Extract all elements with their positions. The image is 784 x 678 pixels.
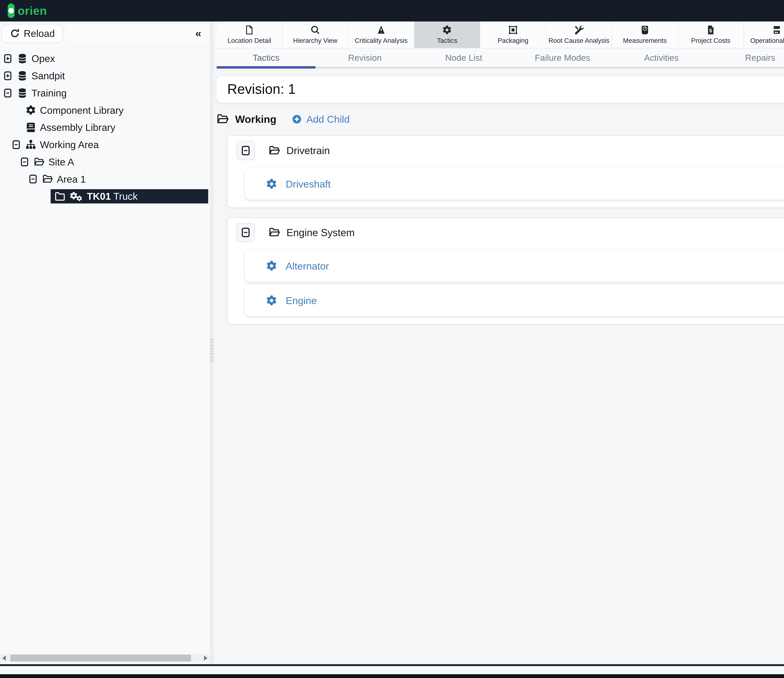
toolbar-item-label: Tactics	[437, 37, 457, 44]
status-bar: v3.4.1-0 | Copyright © Ausenco. All righ…	[0, 666, 784, 674]
toolbar-item-location-detail[interactable]: Location Detail	[217, 22, 283, 48]
search-icon	[310, 25, 320, 35]
top-bar: orien ImportHierarchyApprovalsUser▼Langu…	[0, 0, 784, 22]
scroll-right-arrow-icon[interactable]	[204, 655, 207, 661]
sidebar-reload-button[interactable]: Reload	[2, 24, 63, 43]
tree-item-assembly-library[interactable]: Assembly Library	[0, 119, 210, 136]
toolbar-item-hierarchy-view[interactable]: Hierarchy View	[283, 22, 348, 48]
scroll-left-arrow-icon[interactable]	[2, 655, 6, 661]
tree-item-label: Site A	[48, 156, 74, 168]
tree-item-body[interactable]: Training	[17, 87, 67, 99]
folder-open-icon	[42, 174, 53, 184]
gear-icon	[266, 178, 277, 190]
toolbar-item-label: Packaging	[498, 37, 529, 44]
main-frame: Reload « OpexSandpitTrainingComponent Li…	[0, 22, 784, 664]
tree-item-opex[interactable]: Opex	[0, 50, 210, 67]
collapse-minus-icon[interactable]	[20, 157, 29, 167]
collapse-group-button[interactable]	[236, 223, 255, 242]
toolbar-item-label: Hierarchy View	[293, 37, 338, 44]
group-name: Drivetrain	[286, 145, 330, 156]
toolbar-item-tactics[interactable]: Tactics	[414, 22, 480, 48]
tree-item-body[interactable]: Opex	[17, 53, 55, 64]
group-header: Engine System	[236, 223, 784, 242]
resize-grip-icon[interactable]	[210, 338, 214, 363]
node-link[interactable]: Engine	[286, 295, 317, 306]
folder-open-icon	[269, 227, 280, 238]
folder-open-icon	[34, 157, 45, 167]
node-link[interactable]: Driveshaft	[286, 178, 331, 190]
add-child-button[interactable]: Add Child	[292, 114, 350, 125]
tab-tactics[interactable]: Tactics	[217, 48, 316, 67]
group-name: Engine System	[286, 227, 355, 238]
sidebar-horizontal-scrollbar[interactable]	[0, 654, 210, 662]
tree-item-body[interactable]: Sandpit	[17, 70, 65, 81]
toolbar-item-project-costs[interactable]: $Project Costs	[678, 22, 744, 48]
tree-item-body[interactable]: Component Library	[25, 104, 124, 116]
working-label: Working	[235, 113, 277, 125]
gauge-icon	[640, 25, 650, 35]
collapse-sidebar-icon[interactable]: «	[195, 28, 201, 39]
gear-icon	[266, 295, 277, 306]
scrollbar-thumb[interactable]	[10, 655, 191, 661]
plus-circle-icon	[292, 114, 302, 124]
svg-text:$: $	[709, 28, 712, 33]
tree-item-label: Area 1	[57, 173, 86, 185]
tree-item-body[interactable]: Area 1	[42, 173, 86, 185]
node-link[interactable]: Alternator	[286, 260, 329, 272]
tab-failure-modes[interactable]: Failure Modes	[513, 48, 612, 67]
tree-item-site-a[interactable]: Site A	[0, 153, 210, 170]
bottom-strip	[0, 674, 784, 678]
database-icon	[17, 88, 28, 98]
orien-logo-icon	[8, 3, 15, 18]
tree-item-training[interactable]: Training	[0, 84, 210, 102]
tree-item-body[interactable]: Site A	[34, 156, 74, 168]
package-icon	[508, 25, 518, 35]
cost-card-icon	[772, 25, 782, 35]
tree-item-area-1[interactable]: Area 1	[0, 170, 210, 188]
tab-revision[interactable]: Revision	[316, 48, 414, 67]
toolbar-item-label: Project Costs	[691, 37, 731, 44]
toolbar-item-root-cause-analysis[interactable]: Root Cause Analysis	[546, 22, 612, 48]
node-row-engine: Engine	[245, 285, 784, 316]
database-icon	[17, 53, 28, 64]
orien-logo[interactable]: orien	[8, 3, 47, 18]
tree-item-tk01-truck[interactable]: TK01 Truck	[0, 188, 210, 205]
working-row: Working Add Child	[217, 112, 784, 126]
tree-item-body[interactable]: TK01 Truck	[51, 189, 208, 204]
toolbar-item-criticality-analysis[interactable]: Criticality Analysis	[348, 22, 414, 48]
collapse-minus-icon[interactable]	[3, 88, 12, 98]
toolbar-item-packaging[interactable]: Packaging	[481, 22, 546, 48]
collapse-minus-icon[interactable]	[28, 174, 37, 184]
node-row-alternator: Alternator	[245, 250, 784, 282]
tree-item-sandpit[interactable]: Sandpit	[0, 67, 210, 84]
tree-item-component-library[interactable]: Component Library	[0, 102, 210, 119]
expand-plus-icon[interactable]	[3, 53, 12, 64]
tab-activities[interactable]: Activities	[612, 48, 711, 67]
group-header: Drivetrain	[236, 140, 784, 161]
tree-item-body[interactable]: Assembly Library	[25, 122, 115, 133]
scrollbar-track[interactable]	[8, 654, 202, 662]
toolbar-item-label: Location Detail	[227, 37, 271, 44]
toolbar-item-operational-costs[interactable]: Operational Costs	[744, 22, 784, 48]
tools-icon	[574, 25, 584, 35]
toolbar-item-measurements[interactable]: Measurements	[612, 22, 678, 48]
sidebar-resize-divider[interactable]	[210, 22, 214, 664]
tab-repairs[interactable]: Repairs	[711, 48, 784, 67]
gear-icon	[266, 260, 277, 272]
gear-icon	[442, 25, 452, 35]
expand-plus-icon[interactable]	[3, 70, 12, 81]
sub-tabs: TacticsRevisionNode ListFailure ModesAct…	[217, 48, 784, 69]
tree-item-working-area[interactable]: Working Area	[0, 136, 210, 153]
database-icon	[17, 70, 28, 81]
warning-icon	[376, 25, 386, 35]
tree-item-body[interactable]: Working Area	[25, 139, 99, 150]
group-card-engine-system: Engine SystemAlternatorEngine	[227, 217, 784, 324]
book-icon	[25, 122, 36, 133]
sidebar-header-strip: «	[65, 24, 208, 43]
collapse-group-button[interactable]	[236, 141, 255, 160]
app-window: orien ImportHierarchyApprovalsUser▼Langu…	[0, 0, 784, 678]
tree-item-label: Training	[31, 87, 67, 99]
tab-node-list[interactable]: Node List	[414, 48, 513, 67]
minus-square-icon	[241, 228, 251, 237]
collapse-minus-icon[interactable]	[12, 139, 21, 150]
